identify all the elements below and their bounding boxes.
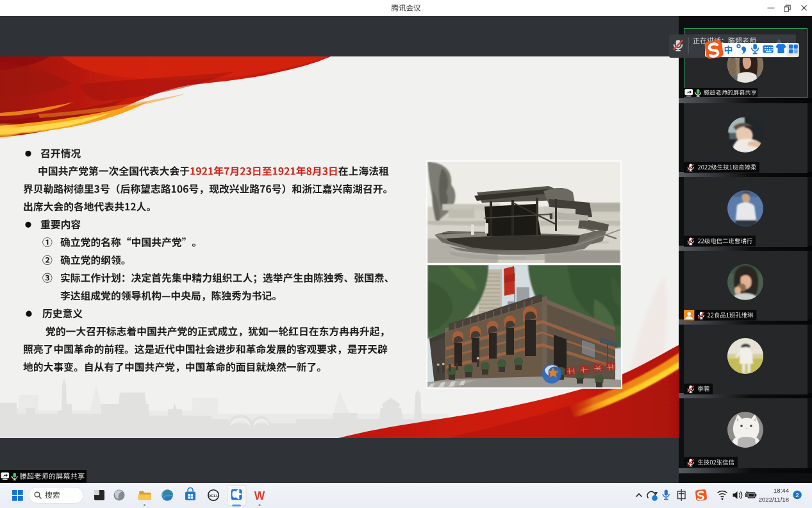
svg-text:W: W	[254, 489, 265, 502]
svg-text:2: 2	[795, 491, 799, 498]
svg-text:DELL: DELL	[208, 494, 219, 498]
svg-text:18:44: 18:44	[774, 487, 790, 494]
svg-text:2022/11/18: 2022/11/18	[759, 496, 789, 503]
